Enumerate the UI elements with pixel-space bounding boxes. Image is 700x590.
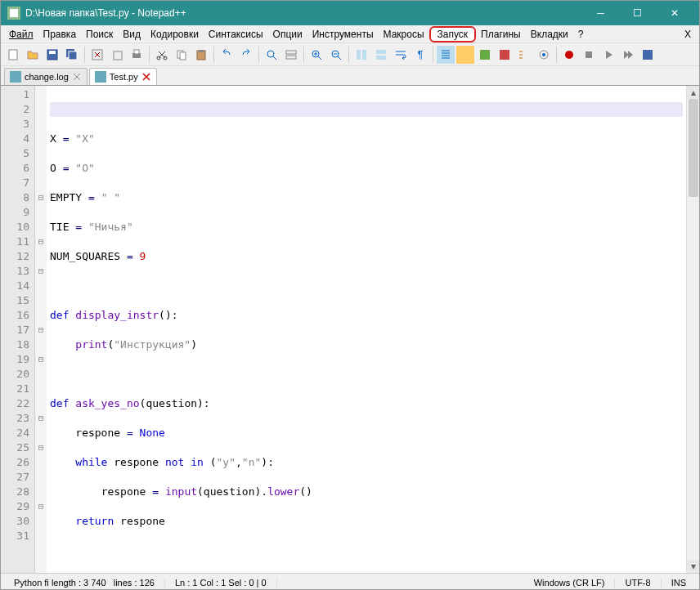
close-file-button[interactable]: [88, 46, 106, 64]
code-line: O = "O": [50, 161, 683, 176]
menu-encoding[interactable]: Кодировки: [146, 27, 204, 42]
svg-rect-29: [500, 50, 509, 60]
titlebar: D:\Новая папка\Test.py - Notepad++ ─ ☐ ✕: [1, 1, 699, 25]
menu-options[interactable]: Опции: [268, 27, 307, 42]
code-line: TIE = "Ничья": [50, 220, 683, 235]
print-button[interactable]: [128, 46, 146, 64]
undo-button[interactable]: [218, 46, 236, 64]
code-line: [50, 279, 683, 293]
code-line: [50, 367, 683, 382]
play-macro-button[interactable]: [599, 46, 617, 64]
save-all-button[interactable]: [63, 46, 81, 64]
svg-rect-4: [49, 51, 56, 54]
svg-rect-26: [376, 56, 386, 60]
scroll-up-icon[interactable]: ▴: [687, 86, 699, 99]
paste-button[interactable]: [192, 46, 210, 64]
tabbar: change.log Test.py: [1, 66, 699, 86]
svg-rect-23: [357, 50, 361, 60]
menu-macro[interactable]: Макросы: [379, 27, 429, 42]
code-line: X = "X": [50, 132, 683, 146]
status-encoding: UTF-8: [615, 578, 661, 588]
zoom-out-button[interactable]: [327, 46, 345, 64]
menu-tabs[interactable]: Вкладки: [526, 27, 573, 42]
menubar: Файл Правка Поиск Вид Кодировки Синтакси…: [1, 25, 699, 43]
svg-rect-19: [286, 51, 296, 54]
svg-rect-33: [586, 51, 592, 58]
code-line: while respone not in ("y","n"):: [50, 455, 683, 470]
maximize-button[interactable]: ☐: [619, 1, 656, 25]
vertical-scrollbar[interactable]: ▴ ▾: [686, 86, 699, 573]
copy-button[interactable]: [173, 46, 191, 64]
stop-macro-button[interactable]: [580, 46, 598, 64]
menu-file[interactable]: Файл: [4, 27, 38, 42]
cut-button[interactable]: [153, 46, 171, 64]
svg-rect-15: [180, 52, 186, 60]
sync-vscroll-button[interactable]: [352, 46, 370, 64]
menu-close-x[interactable]: X: [680, 27, 696, 42]
toolbar: ¶: [1, 43, 699, 66]
invisible-chars-button[interactable]: ¶: [411, 46, 429, 64]
tab-test-py[interactable]: Test.py: [89, 68, 157, 85]
tab-close-icon[interactable]: [141, 72, 151, 82]
svg-rect-1: [10, 9, 18, 17]
replace-button[interactable]: [282, 46, 300, 64]
menu-syntax[interactable]: Синтаксисы: [204, 27, 268, 42]
record-macro-button[interactable]: [560, 46, 578, 64]
file-icon: [10, 71, 21, 83]
menu-search[interactable]: Поиск: [81, 27, 118, 42]
menu-tools[interactable]: Инструменты: [307, 27, 379, 42]
doc-map-button[interactable]: [476, 46, 494, 64]
tab-label: change.log: [25, 72, 69, 82]
window-title: D:\Новая папка\Test.py - Notepad++: [25, 7, 582, 19]
close-button[interactable]: ✕: [656, 1, 693, 25]
tab-close-icon[interactable]: [72, 72, 82, 82]
tab-change-log[interactable]: change.log: [4, 68, 88, 85]
new-file-button[interactable]: [4, 46, 22, 64]
menu-plugins[interactable]: Плагины: [476, 27, 526, 42]
redo-button[interactable]: [237, 46, 255, 64]
svg-rect-20: [286, 56, 296, 59]
close-all-button[interactable]: [108, 46, 126, 64]
code-line: [50, 543, 683, 558]
sync-hscroll-button[interactable]: [372, 46, 390, 64]
code-line: respone = input(question).lower(): [50, 485, 683, 499]
line-number-gutter: 1234567891011121314151617181920212223242…: [1, 86, 35, 573]
svg-point-32: [565, 51, 573, 59]
save-macro-button[interactable]: [639, 46, 657, 64]
play-multi-button[interactable]: [619, 46, 637, 64]
code-line: NUM_SQUARES = 9: [50, 249, 683, 264]
minimize-button[interactable]: ─: [582, 1, 619, 25]
menu-run[interactable]: Запуск: [429, 26, 477, 42]
function-list-button[interactable]: [515, 46, 533, 64]
code-line: print("Инструкция"): [50, 337, 683, 352]
status-position: Ln : 1 Col : 1 Sel : 0 | 0: [165, 578, 277, 588]
folder-workspace-button[interactable]: [535, 46, 553, 64]
menu-edit[interactable]: Правка: [38, 27, 82, 42]
svg-rect-28: [480, 50, 490, 60]
editor[interactable]: 1234567891011121314151617181920212223242…: [1, 86, 699, 573]
svg-rect-9: [114, 51, 122, 60]
code-area[interactable]: X = "X" O = "O" EMPTY = " " TIE = "Ничья…: [47, 86, 686, 573]
menu-view[interactable]: Вид: [118, 27, 146, 42]
doc-list-button[interactable]: [496, 46, 514, 64]
word-wrap-button[interactable]: [392, 46, 410, 64]
scrollbar-thumb[interactable]: [689, 99, 698, 197]
user-lang-button[interactable]: [456, 46, 474, 64]
zoom-in-button[interactable]: [307, 46, 325, 64]
svg-rect-17: [199, 50, 204, 52]
svg-rect-36: [95, 71, 106, 83]
save-button[interactable]: [43, 46, 61, 64]
status-language: Python fi length : 3 740 lines : 126: [4, 578, 165, 588]
code-line: return respone: [50, 514, 683, 529]
menu-help[interactable]: ?: [573, 27, 589, 42]
open-file-button[interactable]: [24, 46, 42, 64]
scroll-down-icon[interactable]: ▾: [687, 560, 699, 573]
status-eol: Windows (CR LF): [524, 578, 616, 588]
tab-label: Test.py: [110, 72, 138, 82]
fold-column[interactable]: ⊟⊟⊟⊟⊟⊟⊟⊟: [35, 86, 47, 573]
indent-guide-button[interactable]: [437, 46, 455, 64]
code-line: respone = None: [50, 426, 683, 440]
find-button[interactable]: [262, 46, 280, 64]
svg-rect-24: [362, 50, 366, 60]
svg-point-18: [267, 51, 274, 57]
